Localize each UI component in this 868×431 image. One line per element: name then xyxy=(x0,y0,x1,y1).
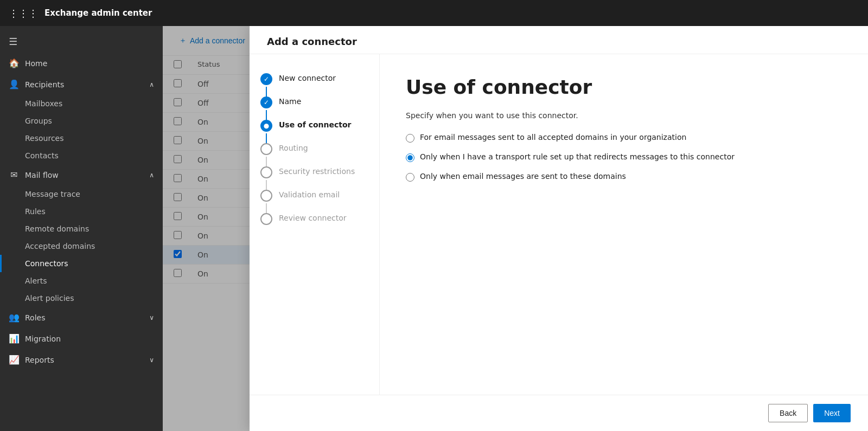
sidebar-item-rules[interactable]: Rules xyxy=(0,203,163,220)
sidebar-label-accepted-domains: Accepted domains xyxy=(25,242,95,250)
sidebar-label-alerts: Alerts xyxy=(25,276,47,285)
sidebar-item-connectors[interactable]: Connectors xyxy=(0,255,163,272)
wizard-step-security-restrictions[interactable]: Security restrictions xyxy=(250,160,379,184)
sidebar-label-resources: Resources xyxy=(25,134,64,143)
step-circle-security-restrictions xyxy=(260,166,272,178)
sidebar-item-home[interactable]: 🏠 Home xyxy=(0,53,163,74)
sidebar: ☰ 🏠 Home 👤 Recipients ∧ Mailboxes Groups… xyxy=(0,26,163,431)
radio-label-specific-domains: Only when email messages are sent to the… xyxy=(420,172,626,181)
step-label-routing: Routing xyxy=(279,143,308,152)
next-button[interactable]: Next xyxy=(813,404,851,422)
sidebar-item-reports[interactable]: 📈 Reports ∨ xyxy=(0,349,163,370)
reports-icon: 📈 xyxy=(9,355,20,365)
sidebar-label-contacts: Contacts xyxy=(25,151,59,160)
sidebar-item-resources[interactable]: Resources xyxy=(0,130,163,147)
sidebar-item-alerts[interactable]: Alerts xyxy=(0,272,163,290)
sidebar-item-groups[interactable]: Groups xyxy=(0,112,163,130)
sidebar-item-mailflow[interactable]: ✉ Mail flow ∧ xyxy=(0,164,163,185)
step-circle-validation-email xyxy=(260,190,272,202)
sidebar-label-migration: Migration xyxy=(25,334,61,343)
wizard-step-routing[interactable]: Routing xyxy=(250,137,379,160)
chevron-down-icon-mailflow: ∧ xyxy=(149,171,154,179)
sidebar-label-message-trace: Message trace xyxy=(25,190,80,198)
step-label-security-restrictions: Security restrictions xyxy=(279,166,355,176)
sidebar-label-mailflow: Mail flow xyxy=(25,171,59,179)
radio-specific-domains[interactable] xyxy=(406,173,414,182)
wizard-step-validation-email[interactable]: Validation email xyxy=(250,184,379,207)
migration-icon: 📊 xyxy=(9,333,20,344)
main-content: ＋ Add a connector Status Off Off On On O… xyxy=(163,26,868,431)
sidebar-item-roles[interactable]: 👥 Roles ∨ xyxy=(0,307,163,328)
wizard-step-review-connector[interactable]: Review connector xyxy=(250,207,379,230)
sidebar-label-recipients: Recipients xyxy=(25,80,64,89)
step-circle-new-connector: ✓ xyxy=(260,73,272,85)
sidebar-label-groups: Groups xyxy=(25,117,52,125)
home-icon: 🏠 xyxy=(9,58,20,68)
modal-footer: Back Next xyxy=(250,395,868,431)
content-description: Specify when you want to use this connec… xyxy=(406,111,842,120)
radio-option-specific-domains[interactable]: Only when email messages are sent to the… xyxy=(406,172,842,182)
sidebar-item-remote-domains[interactable]: Remote domains xyxy=(0,220,163,237)
radio-label-all-accepted: For email messages sent to all accepted … xyxy=(420,133,686,141)
chevron-down-icon-roles: ∨ xyxy=(149,314,154,321)
step-circle-name: ✓ xyxy=(260,97,272,108)
wizard-step-name[interactable]: ✓ Name xyxy=(250,91,379,114)
radio-all-accepted[interactable] xyxy=(406,134,414,143)
sidebar-item-recipients[interactable]: 👤 Recipients ∧ xyxy=(0,74,163,95)
sidebar-item-message-trace[interactable]: Message trace xyxy=(0,185,163,203)
sidebar-label-reports: Reports xyxy=(25,356,54,364)
step-label-review-connector: Review connector xyxy=(279,213,347,222)
sidebar-item-contacts[interactable]: Contacts xyxy=(0,147,163,164)
step-circle-use-of-connector: ● xyxy=(260,120,272,132)
radio-label-transport-rule: Only when I have a transport rule set up… xyxy=(420,152,735,161)
content-heading: Use of connector xyxy=(406,76,842,98)
step-label-name: Name xyxy=(279,96,301,106)
sidebar-label-connectors: Connectors xyxy=(25,259,68,268)
sidebar-item-accepted-domains[interactable]: Accepted domains xyxy=(0,237,163,255)
step-circle-routing xyxy=(260,143,272,155)
step-label-new-connector: New connector xyxy=(279,73,336,82)
app-title: Exchange admin center xyxy=(44,8,152,18)
step-label-use-of-connector: Use of connector xyxy=(279,119,352,129)
wizard-step-use-of-connector[interactable]: ● Use of connector xyxy=(250,114,379,137)
sidebar-label-remote-domains: Remote domains xyxy=(25,224,89,233)
modal-overlay: Add a connector ✓ New connector ✓ Name ●… xyxy=(163,26,868,431)
back-button[interactable]: Back xyxy=(768,404,808,422)
sidebar-label-mailboxes: Mailboxes xyxy=(25,99,62,108)
modal-body: ✓ New connector ✓ Name ● Use of connecto… xyxy=(250,54,868,395)
wizard-steps: ✓ New connector ✓ Name ● Use of connecto… xyxy=(250,54,380,395)
modal-title: Add a connector xyxy=(267,36,357,47)
roles-icon: 👥 xyxy=(9,312,20,323)
step-circle-review-connector xyxy=(260,213,272,225)
sidebar-label-home: Home xyxy=(25,59,47,68)
modal-header: Add a connector xyxy=(250,26,868,54)
radio-transport-rule[interactable] xyxy=(406,153,414,162)
sidebar-label-roles: Roles xyxy=(25,313,45,322)
recipients-icon: 👤 xyxy=(9,79,20,89)
sidebar-label-alert-policies: Alert policies xyxy=(25,294,74,303)
chevron-down-icon: ∧ xyxy=(149,81,154,88)
sidebar-item-mailboxes[interactable]: Mailboxes xyxy=(0,95,163,112)
sidebar-label-rules: Rules xyxy=(25,207,46,216)
chevron-down-icon-reports: ∨ xyxy=(149,356,154,364)
sidebar-item-migration[interactable]: 📊 Migration xyxy=(0,328,163,349)
hamburger-menu[interactable]: ☰ xyxy=(0,30,163,53)
modal-panel: Add a connector ✓ New connector ✓ Name ●… xyxy=(250,26,868,431)
mailflow-icon: ✉ xyxy=(9,170,20,180)
waffle-icon[interactable]: ⋮⋮⋮ xyxy=(9,8,38,19)
wizard-content: Use of connector Specify when you want t… xyxy=(380,54,868,395)
sidebar-item-alert-policies[interactable]: Alert policies xyxy=(0,290,163,307)
radio-option-transport-rule[interactable]: Only when I have a transport rule set up… xyxy=(406,152,842,162)
wizard-step-new-connector[interactable]: ✓ New connector xyxy=(250,67,379,91)
step-label-validation-email: Validation email xyxy=(279,189,340,199)
radio-option-all-accepted[interactable]: For email messages sent to all accepted … xyxy=(406,133,842,143)
